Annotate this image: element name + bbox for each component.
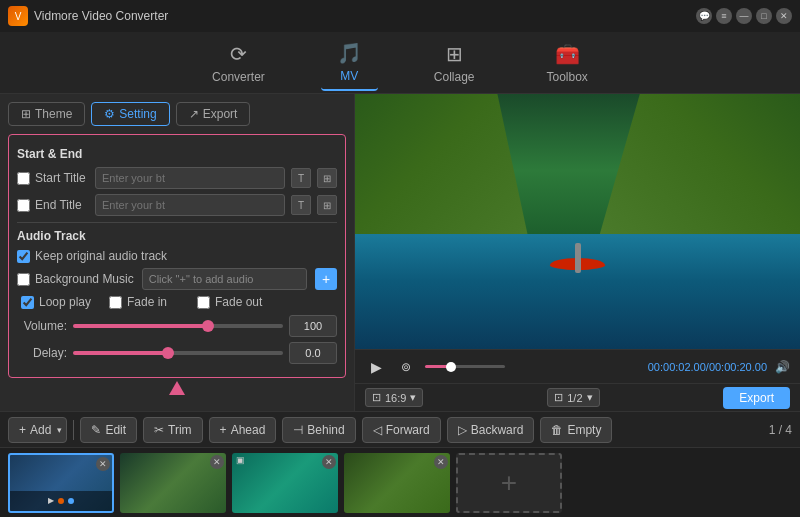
collage-label: Collage xyxy=(434,70,475,84)
forward-icon: ◁ xyxy=(373,423,382,437)
filmstrip: ✕ ▶ ✕ ✕ ▣ ✕ + xyxy=(0,447,800,517)
empty-button[interactable]: 🗑 Empty xyxy=(540,417,612,443)
end-title-font-icon[interactable]: T xyxy=(291,195,311,215)
kayak xyxy=(548,243,608,278)
fade-in-checkbox[interactable] xyxy=(109,296,122,309)
add-thumb-button[interactable]: + xyxy=(456,453,562,513)
trim-label: Trim xyxy=(168,423,192,437)
start-title-font-icon[interactable]: T xyxy=(291,168,311,188)
content-wrapper: ⊞ Theme ⚙ Setting ↗ Export Start & End S… xyxy=(0,94,800,411)
aspect-ratio-chevron: ▾ xyxy=(410,391,416,404)
start-title-grid-icon[interactable]: ⊞ xyxy=(317,168,337,188)
volume-input[interactable] xyxy=(289,315,337,337)
progress-slider[interactable] xyxy=(425,365,505,368)
trim-button[interactable]: ✂ Trim xyxy=(143,417,203,443)
paddle xyxy=(575,243,581,273)
film-thumb-4[interactable]: ✕ xyxy=(344,453,450,513)
player-controls: ▶ ⊚ 00:00:02.00/00:00:20.00 🔊 xyxy=(355,349,800,383)
stop-button[interactable]: ⊚ xyxy=(395,356,417,378)
thumb-close-2[interactable]: ✕ xyxy=(210,455,224,469)
delay-label: Delay: xyxy=(17,346,67,360)
theme-label: Theme xyxy=(35,107,72,121)
end-title-input[interactable] xyxy=(95,194,285,216)
film-thumb-1[interactable]: ✕ ▶ xyxy=(8,453,114,513)
right-panel: ▶ ⊚ 00:00:02.00/00:00:20.00 🔊 ⊡ 16:9 ▾ ⊡… xyxy=(355,94,800,411)
player-bottom: ⊡ 16:9 ▾ ⊡ 1/2 ▾ Export xyxy=(355,383,800,411)
forward-button[interactable]: ◁ Forward xyxy=(362,417,441,443)
page-indicator-select[interactable]: ⊡ 1/2 ▾ xyxy=(547,388,599,407)
ahead-icon: + xyxy=(220,423,227,437)
start-title-checkbox[interactable] xyxy=(17,172,30,185)
delay-input[interactable] xyxy=(289,342,337,364)
ahead-button[interactable]: + Ahead xyxy=(209,417,277,443)
start-title-input[interactable] xyxy=(95,167,285,189)
loop-play-label[interactable]: Loop play xyxy=(21,295,93,309)
keep-original-checkbox[interactable] xyxy=(17,250,30,263)
volume-icon[interactable]: 🔊 xyxy=(775,360,790,374)
tab-toolbox[interactable]: 🧰 Toolbox xyxy=(531,36,604,90)
loop-play-checkbox[interactable] xyxy=(21,296,34,309)
window-controls: 💬 ≡ — □ ✕ xyxy=(696,8,792,24)
aspect-ratio-value: 16:9 xyxy=(385,392,406,404)
film-thumb-3[interactable]: ✕ ▣ xyxy=(232,453,338,513)
video-preview xyxy=(355,94,800,349)
bg-music-select[interactable]: Click "+" to add audio xyxy=(142,268,307,290)
bg-music-label[interactable]: Background Music xyxy=(17,272,134,286)
bg-music-text: Background Music xyxy=(35,272,134,286)
edit-button[interactable]: ✎ Edit xyxy=(80,417,137,443)
subtab-export[interactable]: ↗ Export xyxy=(176,102,251,126)
close-button[interactable]: ✕ xyxy=(776,8,792,24)
behind-button[interactable]: ⊣ Behind xyxy=(282,417,355,443)
winbtn-menu[interactable]: ≡ xyxy=(716,8,732,24)
converter-icon: ⟳ xyxy=(230,42,247,66)
start-title-checkbox-label[interactable]: Start Title xyxy=(17,171,89,185)
aspect-ratio-select[interactable]: ⊡ 16:9 ▾ xyxy=(365,388,423,407)
forward-label: Forward xyxy=(386,423,430,437)
sub-tabs: ⊞ Theme ⚙ Setting ↗ Export xyxy=(8,102,346,126)
fade-out-checkbox[interactable] xyxy=(197,296,210,309)
cliff-right xyxy=(600,94,800,234)
play-button[interactable]: ▶ xyxy=(365,356,387,378)
fade-out-label[interactable]: Fade out xyxy=(197,295,269,309)
add-audio-button[interactable]: + xyxy=(315,268,337,290)
arrow-indicator xyxy=(8,378,346,398)
add-button[interactable]: + Add ▾ xyxy=(8,417,67,443)
minimize-button[interactable]: — xyxy=(736,8,752,24)
keep-original-label[interactable]: Keep original audio track xyxy=(17,249,167,263)
film-thumb-2[interactable]: ✕ xyxy=(120,453,226,513)
add-icon: + xyxy=(19,423,26,437)
setting-label: Setting xyxy=(119,107,156,121)
tab-collage[interactable]: ⊞ Collage xyxy=(418,36,491,90)
thumb-play-icon[interactable]: ▶ xyxy=(48,496,54,505)
fade-in-label[interactable]: Fade in xyxy=(109,295,181,309)
settings-box: Start & End Start Title T ⊞ End Title T … xyxy=(8,134,346,378)
mv-icon: 🎵 xyxy=(337,41,362,65)
theme-grid-icon: ⊞ xyxy=(21,107,31,121)
delay-slider[interactable] xyxy=(73,351,283,355)
export-button[interactable]: Export xyxy=(723,387,790,409)
end-title-checkbox-label[interactable]: End Title xyxy=(17,198,89,212)
subtab-theme[interactable]: ⊞ Theme xyxy=(8,102,85,126)
bg-music-checkbox[interactable] xyxy=(17,273,30,286)
thumb-close-3[interactable]: ✕ xyxy=(322,455,336,469)
backward-icon: ▷ xyxy=(458,423,467,437)
start-end-title: Start & End xyxy=(17,147,337,161)
subtab-setting[interactable]: ⚙ Setting xyxy=(91,102,169,126)
title-bar-left: V Vidmore Video Converter xyxy=(8,6,168,26)
tab-converter[interactable]: ⟳ Converter xyxy=(196,36,281,90)
collage-icon: ⊞ xyxy=(446,42,463,66)
backward-button[interactable]: ▷ Backward xyxy=(447,417,535,443)
thumb-close-1[interactable]: ✕ xyxy=(96,457,110,471)
volume-slider[interactable] xyxy=(73,324,283,328)
page-indicator-chevron: ▾ xyxy=(587,391,593,404)
add-label: Add xyxy=(30,423,51,437)
tab-mv[interactable]: 🎵 MV xyxy=(321,35,378,91)
end-title-grid-icon[interactable]: ⊞ xyxy=(317,195,337,215)
winbtn-chat[interactable]: 💬 xyxy=(696,8,712,24)
delay-row: Delay: xyxy=(17,342,337,364)
page-count: 1 / 4 xyxy=(769,423,792,437)
end-title-checkbox[interactable] xyxy=(17,199,30,212)
audio-track-title: Audio Track xyxy=(17,229,337,243)
thumb-close-4[interactable]: ✕ xyxy=(434,455,448,469)
maximize-button[interactable]: □ xyxy=(756,8,772,24)
